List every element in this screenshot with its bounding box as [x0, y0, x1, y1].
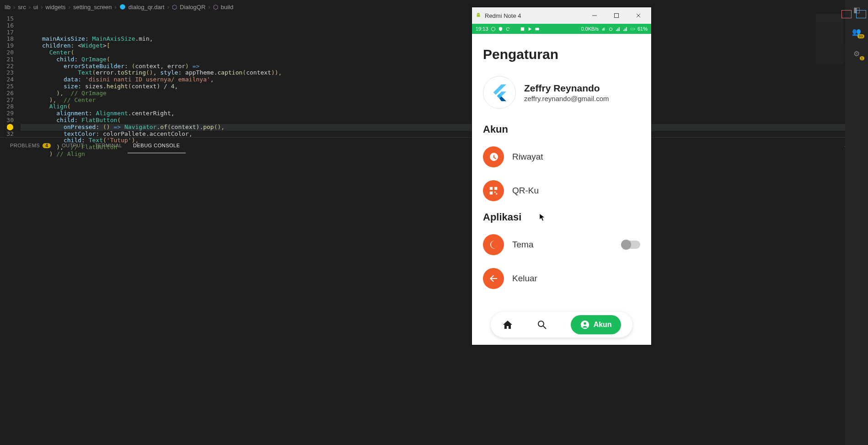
svg-rect-3 [520, 27, 524, 30]
device-mirror-window: Redmi Note 4 19:13 0.0KB/s 61% [472, 7, 651, 345]
svg-point-5 [609, 27, 612, 30]
device-window-title: Redmi Note 4 [485, 12, 521, 19]
battery-icon [630, 27, 635, 32]
signal-icon [616, 27, 621, 32]
profile-name: Zeffry Reynando [524, 83, 609, 94]
avatar [483, 76, 516, 109]
item-label: Keluar [512, 273, 537, 284]
item-label: Tema [512, 240, 533, 250]
svg-rect-4 [535, 27, 539, 30]
home-icon [502, 319, 513, 330]
split-editor-icon[interactable] [841, 10, 852, 18]
list-item-keluar[interactable]: Keluar [472, 262, 651, 295]
toggle-layout-icon[interactable] [856, 10, 866, 18]
mouse-cursor-icon [539, 213, 546, 221]
vibrate-icon [601, 27, 606, 32]
svg-rect-7 [634, 28, 635, 29]
close-button[interactable] [629, 9, 648, 22]
alarm-icon [608, 27, 613, 32]
play-icon [527, 27, 532, 32]
account-icon [580, 320, 590, 330]
device-window-titlebar[interactable]: Redmi Note 4 [472, 7, 651, 24]
download-icon [513, 27, 518, 32]
nav-home[interactable] [502, 319, 513, 330]
breadcrumb-seg[interactable]: build [221, 4, 233, 11]
nav-akun-label: Akun [594, 321, 612, 329]
code-area[interactable]: mainAxisSize: MainAxisSize.min, children… [21, 14, 868, 137]
method-icon: ⬡ [213, 4, 218, 11]
editor-layout-buttons [841, 10, 866, 18]
back-arrow-icon [483, 268, 504, 289]
svg-rect-12 [496, 193, 498, 195]
qr-icon [483, 180, 504, 201]
svg-rect-11 [494, 192, 496, 193]
search-icon [536, 319, 547, 330]
minimize-button[interactable] [585, 9, 604, 22]
svg-point-0 [120, 4, 125, 10]
moon-icon [483, 234, 504, 255]
item-label: QR-Ku [512, 186, 539, 196]
list-item-qrku[interactable]: QR-Ku [472, 174, 651, 208]
breadcrumb-seg[interactable]: widgets [46, 4, 66, 11]
signal2-icon [623, 27, 628, 32]
app-icon [520, 27, 525, 32]
breadcrumb-seg[interactable]: dialog_qr.dart [129, 4, 165, 11]
shield-icon [498, 27, 503, 32]
breadcrumb-seg[interactable]: setting_screen [73, 4, 112, 11]
list-item-riwayat[interactable]: Riwayat [472, 140, 651, 174]
breadcrumb-seg[interactable]: src [18, 4, 26, 11]
android-icon [476, 12, 481, 19]
device-status-bar: 19:13 0.0KB/s 61% [472, 24, 651, 34]
status-net: 0.0KB/s [581, 26, 599, 32]
maximize-button[interactable] [607, 9, 626, 22]
svg-point-13 [538, 321, 544, 327]
sync-icon [505, 27, 510, 32]
item-label: Riwayat [512, 152, 543, 162]
device-screen[interactable]: Pengaturan Zeffry Reynando zeffry.reynan… [472, 34, 651, 345]
page-title: Pengaturan [472, 34, 651, 68]
status-battery: 61% [638, 26, 648, 32]
theme-toggle[interactable] [622, 241, 640, 249]
status-time: 19:13 [476, 26, 488, 32]
code-editor[interactable]: 151617181920212223242526272829303132 mai… [0, 14, 868, 137]
lightbulb-icon[interactable] [7, 124, 13, 130]
section-header: Aplikasi [472, 208, 651, 228]
bottom-nav: Akun [491, 312, 632, 338]
history-icon [483, 146, 504, 167]
svg-point-15 [584, 322, 586, 325]
profile-email: zeffry.reynando@gmail.com [524, 95, 609, 102]
svg-rect-6 [631, 28, 634, 30]
svg-rect-1 [615, 14, 619, 18]
whatsapp-icon [491, 27, 496, 32]
svg-rect-8 [490, 187, 493, 190]
youtube-icon [535, 27, 540, 32]
list-item-tema[interactable]: Tema [472, 228, 651, 262]
breadcrumb-seg[interactable]: lib [5, 4, 11, 11]
breadcrumb: lib› src› ui› widgets› setting_screen› d… [0, 0, 868, 14]
nav-search[interactable] [536, 319, 547, 330]
breadcrumb-seg[interactable]: ui [33, 4, 38, 11]
class-icon: ⬡ [172, 4, 177, 11]
nav-akun[interactable]: Akun [571, 315, 621, 334]
dart-file-icon [119, 4, 126, 10]
line-gutter: 151617181920212223242526272829303132 [0, 14, 21, 137]
profile-card[interactable]: Zeffry Reynando zeffry.reynando@gmail.co… [472, 68, 651, 120]
section-header: Akun [472, 120, 651, 140]
svg-rect-10 [490, 192, 493, 194]
breadcrumb-seg[interactable]: DialogQR [180, 4, 205, 11]
flutter-logo-icon [489, 82, 509, 102]
svg-point-2 [491, 27, 495, 31]
svg-rect-9 [494, 187, 497, 190]
